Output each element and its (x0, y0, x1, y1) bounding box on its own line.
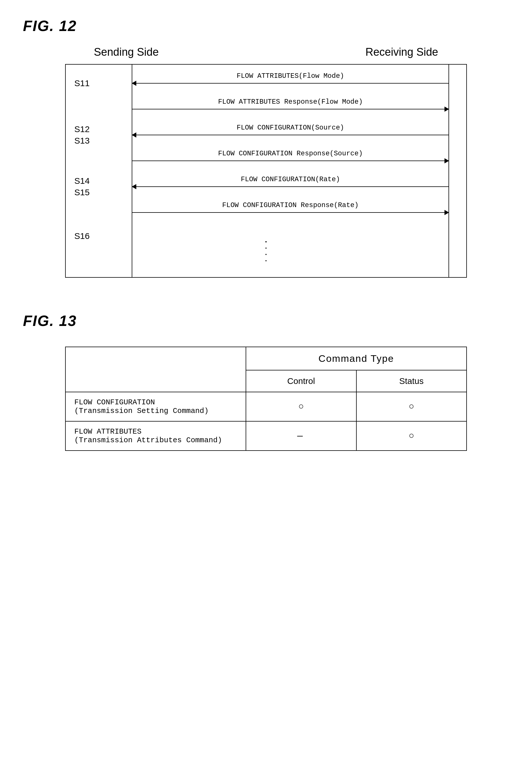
row2-label: FLOW ATTRIBUTES (Transmission Attributes… (65, 421, 246, 451)
fig12-section: FIG. 12 Sending Side Receiving Side S11 … (23, 17, 509, 278)
table-row-2: FLOW ATTRIBUTES (Transmission Attributes… (65, 421, 467, 451)
seq-row-s16: S16 (66, 225, 466, 272)
arrow-s15-resp: FLOW CONFIGURATION Response(Rate) (132, 212, 449, 213)
row1-label-line1: FLOW CONFIGURATION (74, 398, 155, 407)
fig13-section: FIG. 13 Command Type Control Status FLOW… (23, 312, 509, 451)
empty-header-cell (65, 347, 246, 392)
status-header: Status (356, 370, 467, 392)
arrow-s11-resp: FLOW ATTRIBUTES Response(Flow Mode) (132, 109, 449, 109)
step-label-s14: S14 (74, 176, 90, 186)
dot4 (265, 260, 267, 261)
step-label-s11: S11 (74, 78, 90, 88)
dot3 (265, 254, 267, 255)
arrow-line-s15: FLOW CONFIGURATION(Rate) (132, 186, 449, 187)
dot2 (265, 248, 267, 249)
row2-col2-val: ○ (356, 421, 467, 451)
seq-row-s15-resp: FLOW CONFIGURATION Response(Rate) (66, 200, 466, 225)
arrow-line-s11: FLOW ATTRIBUTES(Flow Mode) (132, 83, 449, 83)
step-label-s13: S13 (74, 136, 90, 146)
row1-col1-val: ○ (246, 392, 356, 421)
arrow-s15: FLOW CONFIGURATION(Rate) (132, 186, 449, 187)
seq-row-s11-resp: FLOW ATTRIBUTES Response(Flow Mode) (66, 96, 466, 122)
arrow-s11: FLOW ATTRIBUTES(Flow Mode) (132, 83, 449, 83)
fig13-label: FIG. 13 (23, 312, 509, 329)
sequence-diagram: Sending Side Receiving Side S11 FLOW ATT… (65, 46, 467, 278)
control-header: Control (246, 370, 356, 392)
arrow-label-s15-resp: FLOW CONFIGURATION Response(Rate) (222, 201, 358, 209)
table-row-1: FLOW CONFIGURATION (Transmission Setting… (65, 392, 467, 421)
step-label-s15: S15 (74, 187, 90, 197)
command-type-table: Command Type Control Status FLOW CONFIGU… (65, 347, 467, 451)
seq-row-s11: S11 FLOW ATTRIBUTES(Flow Mode) (66, 70, 466, 96)
sending-side-label: Sending Side (94, 46, 159, 58)
row1-col2-val: ○ (356, 392, 467, 421)
step-label-s12: S12 (74, 124, 90, 134)
arrow-label-s15: FLOW CONFIGURATION(Rate) (241, 175, 340, 183)
command-type-header: Command Type (246, 347, 467, 370)
arrow-line-s13-resp: FLOW CONFIGURATION Response(Source) (132, 161, 449, 161)
dot1 (265, 241, 267, 242)
seq-headers: Sending Side Receiving Side (65, 46, 467, 64)
seq-row-s14-s15: S14 S15 FLOW CONFIGURATION(Rate) (66, 174, 466, 200)
arrow-s13-resp: FLOW CONFIGURATION Response(Source) (132, 161, 449, 161)
row2-label-line2: (Transmission Attributes Command) (74, 436, 222, 445)
arrow-label-s13-resp: FLOW CONFIGURATION Response(Source) (218, 150, 363, 158)
sequence-box: S11 FLOW ATTRIBUTES(Flow Mode) FLOW ATTR… (65, 64, 467, 278)
arrow-line-s15-resp: FLOW CONFIGURATION Response(Rate) (132, 212, 449, 213)
arrow-s13: FLOW CONFIGURATION(Source) (132, 135, 449, 135)
arrow-label-s13: FLOW CONFIGURATION(Source) (237, 124, 344, 132)
arrow-line-s11-resp: FLOW ATTRIBUTES Response(Flow Mode) (132, 109, 449, 109)
row1-label-line2: (Transmission Setting Command) (74, 407, 209, 415)
fig12-label: FIG. 12 (23, 17, 509, 35)
step-label-s16: S16 (74, 231, 90, 241)
arrow-label-s11-resp: FLOW ATTRIBUTES Response(Flow Mode) (218, 98, 363, 106)
receiving-side-label: Receiving Side (366, 46, 438, 58)
row1-label: FLOW CONFIGURATION (Transmission Setting… (65, 392, 246, 421)
row2-col1-val: — (246, 421, 356, 451)
table-container: Command Type Control Status FLOW CONFIGU… (65, 347, 467, 451)
seq-row-s12-s13: S12 S13 FLOW CONFIGURATION(Source) (66, 122, 466, 148)
arrow-label-s11: FLOW ATTRIBUTES(Flow Mode) (237, 72, 344, 80)
seq-row-s13-resp: FLOW CONFIGURATION Response(Source) (66, 148, 466, 174)
row2-label-line1: FLOW ATTRIBUTES (74, 427, 141, 436)
table-header-row-main: Command Type (65, 347, 467, 370)
arrow-line-s13: FLOW CONFIGURATION(Source) (132, 135, 449, 135)
